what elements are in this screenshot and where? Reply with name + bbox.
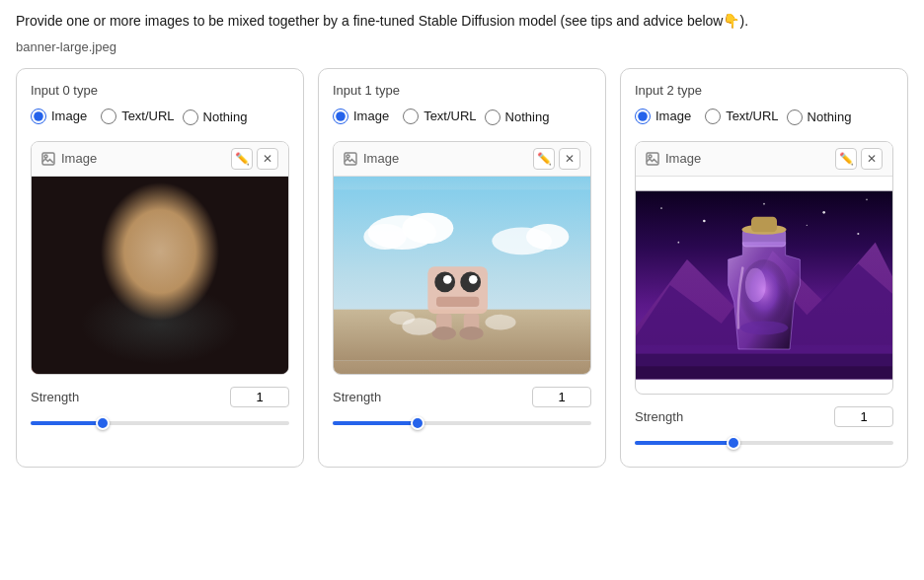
strength-section-2: Strength bbox=[635, 406, 893, 453]
radio-image-input-2[interactable] bbox=[635, 109, 651, 124]
radio-image-1[interactable]: Image bbox=[333, 108, 389, 125]
image-panel-0: Image ✏️ ✕ bbox=[31, 141, 289, 375]
slider-fill-2 bbox=[635, 441, 733, 445]
radio-image-input-0[interactable] bbox=[31, 109, 46, 124]
radio-nothing-input-2[interactable] bbox=[787, 109, 803, 125]
slider-track-2 bbox=[635, 441, 893, 445]
radio-texturl-0[interactable]: Text/URL bbox=[101, 108, 174, 125]
radio-texturl-label-0: Text/URL bbox=[121, 109, 174, 123]
svg-point-44 bbox=[745, 267, 766, 302]
input-type-label-0: Input 0 type bbox=[31, 83, 289, 98]
panel-actions-0: ✏️ ✕ bbox=[231, 148, 278, 170]
radio-row-top-0: Image Text/URL bbox=[31, 108, 175, 125]
svg-point-23 bbox=[485, 314, 515, 329]
radio-image-input-1[interactable] bbox=[333, 109, 348, 124]
slider-track-0 bbox=[31, 421, 289, 425]
slider-container-1 bbox=[333, 413, 591, 433]
radio-nothing-input-0[interactable] bbox=[183, 109, 198, 125]
strength-section-1: Strength bbox=[333, 387, 591, 433]
radio-image-label-0: Image bbox=[51, 109, 87, 123]
radio-group-2: Image Text/URL Nothing bbox=[635, 108, 893, 131]
slider-fill-0 bbox=[31, 421, 103, 425]
strength-header-1: Strength bbox=[333, 387, 591, 407]
slider-track-1 bbox=[333, 421, 591, 425]
radio-nothing-input-1[interactable] bbox=[485, 109, 500, 125]
slider-thumb-2[interactable] bbox=[727, 436, 740, 450]
image-icon-2 bbox=[646, 152, 659, 166]
cards-container: Input 0 type Image Text/URL Nothing bbox=[16, 68, 908, 468]
svg-rect-39 bbox=[636, 366, 892, 379]
svg-point-22 bbox=[389, 311, 415, 325]
slider-thumb-1[interactable] bbox=[411, 416, 424, 430]
radio-image-0[interactable]: Image bbox=[31, 108, 87, 125]
radio-image-label-1: Image bbox=[353, 109, 389, 123]
bottle-image-2 bbox=[636, 177, 892, 394]
page-header: Provide one or more images to be mixed t… bbox=[16, 12, 908, 32]
radio-image-label-2: Image bbox=[655, 109, 691, 123]
radio-group-1: Image Text/URL Nothing bbox=[333, 108, 591, 131]
slider-fill-1 bbox=[333, 421, 418, 425]
input-card-0: Input 0 type Image Text/URL Nothing bbox=[16, 68, 304, 468]
strength-value-input-0[interactable] bbox=[230, 387, 289, 407]
strength-section-0: Strength bbox=[31, 387, 289, 433]
radio-texturl-2[interactable]: Text/URL bbox=[705, 108, 778, 125]
svg-point-1 bbox=[44, 155, 47, 158]
radio-nothing-1[interactable]: Nothing bbox=[485, 109, 550, 125]
image-panel-title-1: Image bbox=[344, 151, 399, 166]
radio-row-bot-0: Nothing bbox=[183, 109, 248, 125]
panel-actions-2: ✏️ ✕ bbox=[835, 148, 883, 170]
strength-header-2: Strength bbox=[635, 406, 893, 427]
image-panel-2: Image ✏️ ✕ bbox=[635, 141, 893, 395]
image-icon-1 bbox=[344, 152, 357, 166]
radio-texturl-1[interactable]: Text/URL bbox=[403, 108, 476, 125]
person-image-0 bbox=[32, 177, 288, 374]
radio-row-bot-2: Nothing bbox=[787, 109, 852, 125]
robot-image-1 bbox=[334, 177, 590, 374]
radio-texturl-input-2[interactable] bbox=[705, 109, 721, 124]
radio-texturl-label-2: Text/URL bbox=[726, 109, 778, 123]
strength-value-input-1[interactable] bbox=[532, 387, 591, 407]
radio-image-2[interactable]: Image bbox=[635, 108, 691, 125]
image-panel-label-1: Image bbox=[363, 151, 399, 166]
strength-label-2: Strength bbox=[635, 409, 683, 424]
radio-texturl-input-0[interactable] bbox=[101, 109, 116, 124]
close-button-1[interactable]: ✕ bbox=[559, 148, 580, 170]
svg-rect-16 bbox=[436, 296, 479, 306]
close-button-0[interactable]: ✕ bbox=[257, 148, 278, 170]
radio-nothing-label-2: Nothing bbox=[808, 109, 852, 124]
close-button-2[interactable]: ✕ bbox=[861, 148, 883, 170]
radio-nothing-label-0: Nothing bbox=[203, 109, 248, 124]
svg-point-25 bbox=[649, 155, 652, 158]
radio-nothing-label-1: Nothing bbox=[505, 109, 550, 124]
image-panel-1: Image ✏️ ✕ bbox=[333, 141, 591, 375]
strength-label-1: Strength bbox=[333, 390, 381, 404]
strength-label-0: Strength bbox=[31, 390, 79, 404]
edit-button-1[interactable]: ✏️ bbox=[533, 148, 555, 170]
svg-point-32 bbox=[677, 241, 679, 243]
bottle-svg-2 bbox=[636, 177, 892, 394]
input-type-label-2: Input 2 type bbox=[635, 83, 893, 98]
svg-point-9 bbox=[526, 224, 569, 250]
edit-button-2[interactable]: ✏️ bbox=[835, 148, 857, 170]
banner-image-label: banner-large.jpeg bbox=[16, 39, 908, 54]
image-panel-label-2: Image bbox=[665, 151, 701, 166]
svg-point-3 bbox=[346, 155, 349, 158]
slider-thumb-0[interactable] bbox=[96, 416, 110, 430]
image-panel-header-0: Image ✏️ ✕ bbox=[32, 142, 288, 177]
radio-nothing-2[interactable]: Nothing bbox=[787, 109, 852, 125]
slider-container-2 bbox=[635, 433, 893, 453]
radio-nothing-0[interactable]: Nothing bbox=[183, 109, 248, 125]
radio-row-bot-1: Nothing bbox=[485, 109, 550, 125]
image-panel-title-0: Image bbox=[41, 151, 97, 166]
radio-texturl-input-1[interactable] bbox=[403, 109, 419, 124]
edit-button-0[interactable]: ✏️ bbox=[231, 148, 253, 170]
strength-value-input-2[interactable] bbox=[834, 406, 893, 427]
radio-texturl-label-1: Text/URL bbox=[424, 109, 476, 123]
svg-point-34 bbox=[807, 224, 808, 225]
input-card-2: Input 2 type Image Text/URL Nothing bbox=[620, 68, 908, 468]
svg-point-7 bbox=[363, 224, 406, 250]
radio-row-top-1: Image Text/URL bbox=[333, 108, 477, 125]
robot-svg-1 bbox=[334, 177, 590, 374]
svg-point-27 bbox=[660, 207, 662, 209]
svg-point-45 bbox=[740, 321, 789, 334]
